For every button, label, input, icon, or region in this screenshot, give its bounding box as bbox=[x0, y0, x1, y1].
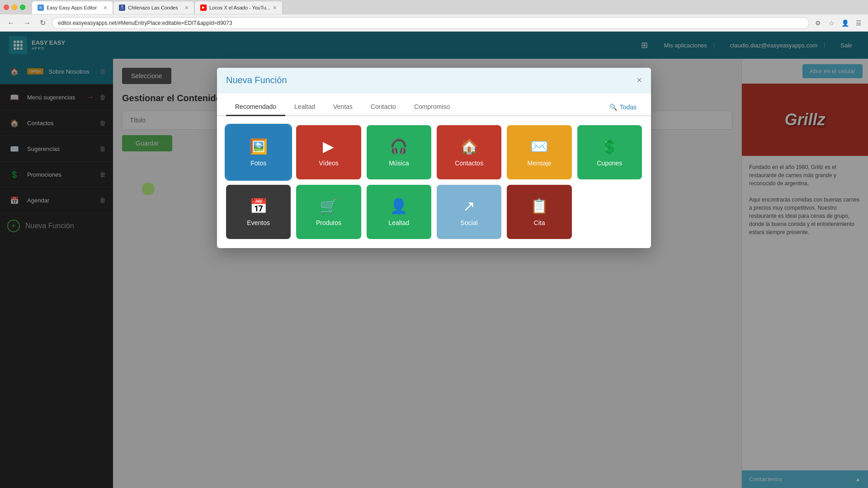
lealtad-label: Lealtad bbox=[388, 219, 409, 226]
fotos-label: Fotos bbox=[250, 160, 266, 167]
app-container: EASY EASY APPS ⊞ Mis aplicaciones claudi… bbox=[0, 32, 868, 488]
social-icon: ↗ bbox=[463, 197, 475, 215]
browser-tab-1[interactable]: E Easy Easy Apps Editor × bbox=[32, 1, 113, 14]
refresh-button[interactable]: ↻ bbox=[37, 17, 48, 29]
cupones-icon: 💲 bbox=[600, 138, 618, 155]
lealtad-icon: 👤 bbox=[390, 197, 408, 215]
cupones-label: Cupones bbox=[597, 160, 622, 167]
modal-tab-lealtad[interactable]: Lealtad bbox=[285, 99, 324, 116]
func-card-produtos[interactable]: 🛒 Produtos bbox=[296, 185, 361, 239]
func-card-cupones[interactable]: 💲 Cupones bbox=[577, 125, 642, 179]
function-grid: 🖼️ Fotos ▶ Vídeos 🎧 Música 🏠 Contactos bbox=[226, 125, 642, 239]
produtos-label: Produtos bbox=[316, 219, 341, 226]
menu-icon[interactable]: ☰ bbox=[854, 18, 863, 28]
tab-title-3: Locos X el Asado - YouTu... bbox=[209, 5, 270, 10]
modal-close-button[interactable]: × bbox=[637, 75, 642, 85]
browser-toolbar: ← → ↻ editor.easyeasyapps.net/#MenuEntry… bbox=[0, 14, 868, 32]
tab-close-1[interactable]: × bbox=[104, 4, 107, 11]
back-button[interactable]: ← bbox=[5, 17, 17, 29]
func-card-lealtad[interactable]: 👤 Lealtad bbox=[367, 185, 431, 239]
address-text: editor.easyeasyapps.net/#MenuEntryPlace:… bbox=[58, 20, 232, 26]
contactos-func-icon: 🏠 bbox=[460, 138, 478, 155]
modal-body: 🖼️ Fotos ▶ Vídeos 🎧 Música 🏠 Contactos bbox=[217, 116, 651, 248]
tab-close-3[interactable]: × bbox=[273, 4, 277, 11]
modal-title: Nueva Función bbox=[226, 75, 287, 85]
musica-label: Música bbox=[389, 160, 409, 167]
tab-favicon-1: E bbox=[38, 5, 44, 11]
modal-header: Nueva Función × bbox=[217, 68, 651, 93]
tab-title-2: Chilenazo Las Condes bbox=[128, 5, 178, 10]
cita-label: Cita bbox=[534, 219, 545, 226]
videos-label: Vídeos bbox=[319, 160, 339, 167]
browser-tabs: E Easy Easy Apps Editor × f Chilenazo La… bbox=[32, 1, 864, 14]
musica-icon: 🎧 bbox=[390, 138, 408, 155]
func-card-social[interactable]: ↗ Social bbox=[437, 185, 501, 239]
modal-tab-contacto[interactable]: Contacto bbox=[362, 99, 405, 116]
empty-cell bbox=[577, 185, 642, 239]
mensaje-label: Mensaje bbox=[528, 160, 552, 167]
tab-title-1: Easy Easy Apps Editor bbox=[47, 5, 97, 10]
traffic-light-close[interactable] bbox=[4, 5, 9, 10]
forward-button[interactable]: → bbox=[21, 17, 33, 29]
address-bar[interactable]: editor.easyeasyapps.net/#MenuEntryPlace:… bbox=[52, 17, 809, 29]
tab-favicon-2: f bbox=[119, 5, 125, 11]
tab-close-2[interactable]: × bbox=[185, 4, 189, 11]
search-all-label: Todas bbox=[620, 103, 637, 111]
traffic-light-fullscreen[interactable] bbox=[20, 5, 25, 10]
star-icon[interactable]: ☆ bbox=[826, 18, 836, 28]
modal-tab-recomendado[interactable]: Recomendado bbox=[226, 99, 285, 116]
func-card-eventos[interactable]: 📅 Eventos bbox=[226, 185, 291, 239]
social-label: Social bbox=[461, 219, 478, 226]
eventos-icon: 📅 bbox=[250, 197, 268, 215]
profile-icon[interactable]: 👤 bbox=[840, 18, 850, 28]
func-card-cita[interactable]: 📋 Cita bbox=[507, 185, 571, 239]
fotos-icon: 🖼️ bbox=[250, 138, 268, 155]
modal-search-all[interactable]: 🔍 Todas bbox=[604, 100, 642, 114]
modal-tab-ventas[interactable]: Ventas bbox=[324, 99, 362, 116]
browser-tab-3[interactable]: ▶ Locos X el Asado - YouTu... × bbox=[194, 1, 283, 14]
mensaje-icon: ✉️ bbox=[530, 138, 548, 155]
traffic-light-minimize[interactable] bbox=[12, 5, 17, 10]
tab-favicon-3: ▶ bbox=[200, 5, 207, 11]
eventos-label: Eventos bbox=[247, 219, 270, 226]
cursor-overlay bbox=[142, 183, 155, 195]
func-card-videos[interactable]: ▶ Vídeos bbox=[296, 125, 361, 179]
search-icon: 🔍 bbox=[609, 103, 617, 111]
func-card-mensaje[interactable]: ✉️ Mensaje bbox=[507, 125, 571, 179]
browser-tab-2[interactable]: f Chilenazo Las Condes × bbox=[113, 1, 194, 14]
func-card-contactos[interactable]: 🏠 Contactos bbox=[437, 125, 501, 179]
cita-icon: 📋 bbox=[530, 197, 548, 215]
settings-icon[interactable]: ⚙ bbox=[813, 18, 823, 28]
nueva-funcion-modal: Nueva Función × Recomendado Lealtad Vent… bbox=[217, 68, 651, 248]
produtos-icon: 🛒 bbox=[320, 197, 338, 215]
modal-tab-compromiso[interactable]: Compromiso bbox=[405, 99, 459, 116]
browser-titlebar: E Easy Easy Apps Editor × f Chilenazo La… bbox=[0, 0, 868, 14]
contactos-func-label: Contactos bbox=[455, 160, 483, 167]
modal-overlay[interactable]: Nueva Función × Recomendado Lealtad Vent… bbox=[0, 32, 868, 488]
func-card-fotos[interactable]: 🖼️ Fotos bbox=[226, 125, 291, 179]
modal-tabs: Recomendado Lealtad Ventas Contacto Comp… bbox=[217, 93, 651, 116]
func-card-musica[interactable]: 🎧 Música bbox=[367, 125, 431, 179]
videos-icon: ▶ bbox=[323, 138, 334, 155]
